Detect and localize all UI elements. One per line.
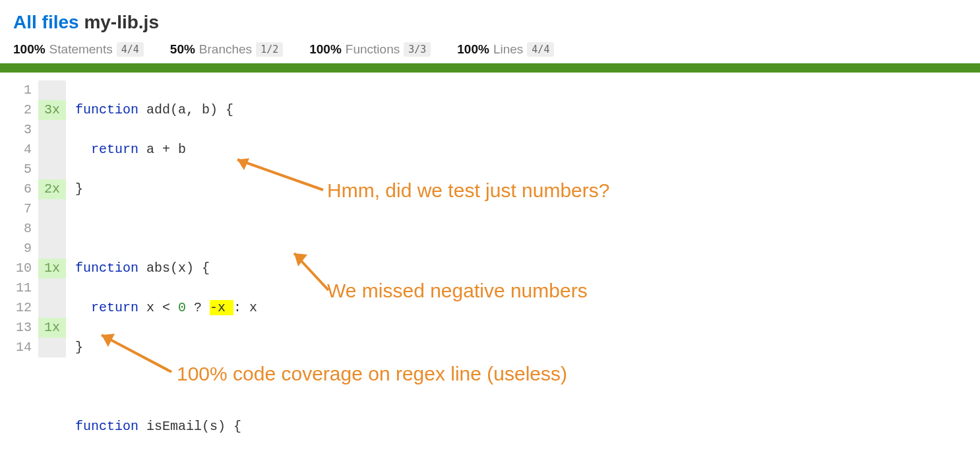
code-listing: 1 2 3 4 5 6 7 8 9 10 11 12 13 14 3x 2x 1… [0,80,980,459]
code-text: isEmail(s) { [138,419,241,434]
line-number: 8 [13,219,34,239]
code-text: x < [138,300,178,315]
stat-branches: 50% Branches 1/2 [170,42,283,57]
stat-label: Functions [346,42,400,57]
hit-count [38,80,66,100]
hit-count [38,298,66,318]
line-number: 5 [13,160,34,179]
hit-count [38,219,66,239]
line-number: 11 [13,278,34,298]
line-number: 7 [13,199,34,219]
stat-label: Branches [199,42,252,57]
stat-frac: 4/4 [527,42,554,57]
line-number: 12 [13,298,34,318]
hit-count [38,338,66,357]
annotation-text: 100% code coverage on regex line (useles… [177,363,567,385]
stat-pct: 100% [457,42,489,57]
code-line: function add(a, b) { [75,100,368,120]
code-line [75,219,368,239]
keyword: return [91,300,138,315]
hit-count: 3x [38,100,66,120]
stat-statements: 100% Statements 4/4 [13,42,144,57]
breadcrumb-root-link[interactable]: All files [13,12,79,32]
keyword: return [91,142,138,157]
stat-frac: 1/2 [256,42,283,57]
stat-pct: 100% [13,42,46,57]
code-line: function abs(x) { [75,259,368,278]
line-number: 4 [13,140,34,160]
code-text: } [75,340,83,355]
line-number-gutter: 1 2 3 4 5 6 7 8 9 10 11 12 13 14 [13,80,38,459]
code-text: : x [233,300,257,315]
hit-count: 1x [38,318,66,338]
code-text: abs(x) { [138,260,210,276]
code-text: add(a, b) { [138,102,233,117]
code-text: } [75,181,83,197]
line-number: 3 [13,120,34,140]
stat-label: Lines [493,42,523,57]
hit-count [38,278,66,298]
code-line: return a + b [75,140,368,160]
code-text: ? [186,300,210,315]
stat-functions: 100% Functions 3/3 [309,42,431,57]
code-line: } [75,179,368,199]
coverage-bar [0,63,980,73]
annotation-text: Hmm, did we test just numbers? [327,179,609,202]
hit-count [38,160,66,179]
coverage-header: All files my-lib.js 100% Statements 4/4 … [0,0,980,63]
line-number: 1 [13,80,34,100]
line-number: 9 [13,239,34,259]
code-text: a + b [138,142,186,157]
stat-pct: 100% [309,42,342,57]
code-line: return /^\w+@\w+\.\w{3,4}$/.test(s) [75,456,368,459]
code-line: function isEmail(s) { [75,417,368,437]
hit-count-gutter: 3x 2x 1x 1x [38,80,66,459]
hit-count [38,239,66,259]
annotation-text: We missed negative numbers [327,280,588,302]
number-literal: 0 [178,300,186,315]
stat-frac: 3/3 [404,42,431,57]
hit-count [38,120,66,140]
code-line: return x < 0 ? -x : x [75,298,368,318]
source-code: function add(a, b) { return a + b } func… [75,80,368,459]
keyword: function [75,102,138,117]
stat-label: Statements [49,42,113,57]
stat-frac: 4/4 [117,42,144,57]
coverage-stats: 100% Statements 4/4 50% Branches 1/2 100… [13,42,967,57]
stat-pct: 50% [170,42,195,57]
keyword: function [75,419,138,434]
branch-not-taken: -x [210,300,233,315]
breadcrumb-filename: my-lib.js [84,12,159,32]
line-number: 2 [13,100,34,120]
stat-lines: 100% Lines 4/4 [457,42,554,57]
line-number: 10 [13,259,34,278]
keyword: function [75,260,138,276]
hit-count [38,199,66,219]
line-number: 6 [13,179,34,199]
breadcrumb: All files my-lib.js [13,12,967,33]
hit-count: 1x [38,259,66,278]
hit-count [38,140,66,160]
code-line: } [75,338,368,357]
line-number: 14 [13,338,34,357]
line-number: 13 [13,318,34,338]
hit-count: 2x [38,179,66,199]
